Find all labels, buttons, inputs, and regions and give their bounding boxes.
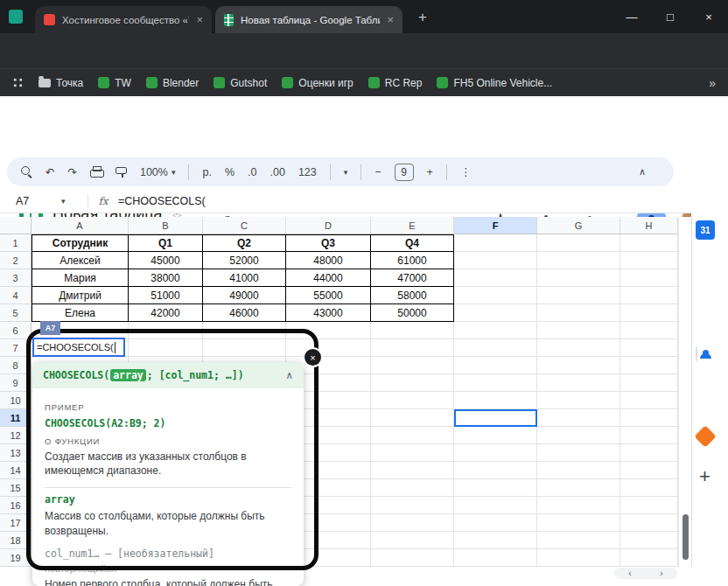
- cell-F3[interactable]: [454, 269, 537, 287]
- cell-F10[interactable]: [454, 392, 537, 409]
- cell-E8[interactable]: [371, 357, 454, 374]
- cell-B2[interactable]: 45000: [129, 252, 203, 269]
- cell-C2[interactable]: 52000: [203, 252, 286, 269]
- cell-E3[interactable]: 47000: [371, 269, 454, 287]
- cell-C5[interactable]: 46000: [203, 304, 286, 322]
- cell-E5[interactable]: 50000: [371, 304, 454, 322]
- cell-D1[interactable]: Q3: [286, 234, 371, 252]
- vertical-scrollbar-thumb[interactable]: [682, 514, 689, 560]
- cell-H9[interactable]: [620, 374, 678, 392]
- cell-H13[interactable]: [620, 444, 678, 462]
- row-header-12[interactable]: 12: [0, 427, 32, 444]
- maximize-button[interactable]: □: [651, 0, 690, 33]
- menus-search-icon[interactable]: [21, 166, 32, 178]
- cell-G4[interactable]: [537, 287, 620, 304]
- cell-editor[interactable]: =CHOOSECOLS(: [32, 338, 125, 357]
- cell-F6[interactable]: [454, 322, 537, 339]
- cell-H17[interactable]: [620, 514, 678, 532]
- cell-E6[interactable]: [371, 322, 454, 339]
- cell-F15[interactable]: [454, 479, 537, 497]
- cell-F1[interactable]: [454, 234, 537, 252]
- cell-C7[interactable]: [203, 339, 286, 357]
- collapse-help-icon[interactable]: ∧: [286, 369, 293, 381]
- cell-G9[interactable]: [537, 374, 620, 392]
- cell-E9[interactable]: [371, 374, 454, 392]
- column-header-D[interactable]: D: [286, 217, 371, 234]
- contacts-icon[interactable]: [696, 345, 697, 362]
- cell-G17[interactable]: [537, 514, 620, 532]
- cell-G10[interactable]: [537, 392, 620, 409]
- cell-G18[interactable]: [537, 532, 620, 549]
- cell-E4[interactable]: 58000: [371, 287, 454, 304]
- cell-F2[interactable]: [454, 252, 537, 269]
- column-header-G[interactable]: G: [537, 217, 620, 234]
- cell-F12[interactable]: [454, 427, 537, 444]
- undo-icon[interactable]: ↶: [46, 165, 54, 178]
- decrease-font-size-button[interactable]: −: [374, 166, 381, 178]
- cell-C6[interactable]: [203, 322, 286, 339]
- column-header-A[interactable]: A: [32, 217, 129, 234]
- row-header-18[interactable]: 18: [0, 532, 32, 549]
- cell-G19[interactable]: [537, 549, 620, 567]
- cell-F8[interactable]: [454, 357, 537, 374]
- minimize-button[interactable]: —: [612, 0, 651, 33]
- cell-H19[interactable]: [620, 549, 678, 567]
- bookmark-folder-tochka[interactable]: Точка: [38, 77, 83, 89]
- cell-H7[interactable]: [620, 339, 678, 357]
- cell-H5[interactable]: [620, 304, 678, 322]
- row-header-17[interactable]: 17: [0, 514, 32, 532]
- help-close-button[interactable]: ×: [304, 349, 321, 366]
- cell-G3[interactable]: [537, 269, 620, 287]
- cell-E19[interactable]: [371, 549, 454, 567]
- cell-H4[interactable]: [620, 287, 678, 304]
- cell-G2[interactable]: [537, 252, 620, 269]
- column-header-F[interactable]: F: [454, 217, 537, 234]
- cell-H8[interactable]: [620, 357, 678, 374]
- row-header-7[interactable]: 7: [0, 339, 32, 357]
- cell-E18[interactable]: [371, 532, 454, 549]
- cell-G5[interactable]: [537, 304, 620, 322]
- cell-E11[interactable]: [371, 409, 454, 427]
- cell-F13[interactable]: [454, 444, 537, 462]
- cell-G15[interactable]: [537, 479, 620, 497]
- bookmark-item[interactable]: Оценки игр: [282, 77, 353, 89]
- scroll-right-icon[interactable]: ›: [660, 569, 662, 578]
- row-header-11[interactable]: 11: [0, 409, 32, 427]
- print-icon[interactable]: [90, 166, 102, 178]
- pinned-tab-favicon[interactable]: [9, 10, 23, 24]
- column-header-C[interactable]: C: [203, 217, 286, 234]
- bookmark-item[interactable]: TW: [98, 77, 131, 89]
- cell-H6[interactable]: [620, 322, 678, 339]
- collapse-toolbar-icon[interactable]: ∧: [639, 166, 646, 178]
- cell-H15[interactable]: [620, 479, 678, 497]
- cell-G16[interactable]: [537, 497, 620, 514]
- select-all-corner[interactable]: [0, 217, 32, 234]
- cell-D2[interactable]: 48000: [286, 252, 371, 269]
- cell-G7[interactable]: [537, 339, 620, 357]
- cell-F17[interactable]: [454, 514, 537, 532]
- font-size-input[interactable]: 9: [395, 164, 414, 181]
- row-header-6[interactable]: 6: [0, 322, 32, 339]
- cell-B1[interactable]: Q1: [129, 234, 203, 252]
- row-header-16[interactable]: 16: [0, 497, 32, 514]
- column-header-E[interactable]: E: [371, 217, 454, 234]
- font-select-caret-icon[interactable]: ▾: [344, 168, 348, 177]
- apps-grid-icon[interactable]: [12, 77, 24, 88]
- redo-icon[interactable]: ↷: [67, 165, 76, 178]
- cell-D5[interactable]: 43000: [286, 304, 371, 322]
- cell-G12[interactable]: [537, 427, 620, 444]
- browser-tab-active[interactable]: Новая таблица - Google Табли ×: [215, 6, 402, 33]
- cell-H16[interactable]: [620, 497, 678, 514]
- row-header-9[interactable]: 9: [0, 374, 32, 392]
- bookmark-item[interactable]: FH5 Online Vehicle...: [437, 77, 552, 89]
- close-button[interactable]: ×: [690, 0, 728, 33]
- cell-F16[interactable]: [454, 497, 537, 514]
- cell-G8[interactable]: [537, 357, 620, 374]
- cell-G11[interactable]: [537, 409, 620, 427]
- cell-D7[interactable]: [286, 339, 371, 357]
- increase-font-size-button[interactable]: +: [427, 166, 433, 178]
- browser-tab-1[interactable]: Хостинговое сообщество «Tim ×: [35, 6, 212, 33]
- number-format-button[interactable]: 123: [298, 166, 317, 178]
- cell-B7[interactable]: [129, 339, 203, 357]
- more-options-icon[interactable]: ⋮: [460, 165, 472, 178]
